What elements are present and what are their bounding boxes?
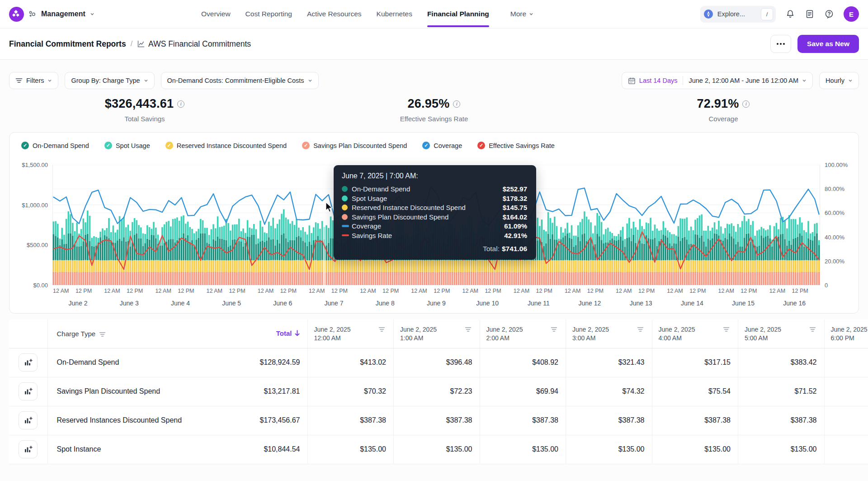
date-preset-label: Last 14 Days: [639, 77, 678, 84]
tooltip-series-value: $252.97: [503, 185, 527, 193]
main-content: Filters Group By: Charge Type On-Demand …: [0, 60, 868, 481]
kpi-effective-savings-rate: 26.95% i Effective Savings Rate: [289, 97, 579, 123]
hour-header-time: 12:00 AM: [314, 334, 394, 342]
column-filter-icon: [637, 327, 644, 332]
tab-cost-reporting[interactable]: Cost Reporting: [245, 0, 292, 29]
info-icon[interactable]: i: [453, 100, 460, 108]
legend-item-effective-savings-rate[interactable]: ✓Effective Savings Rate: [477, 142, 555, 149]
x-tick: 12 PM: [178, 288, 194, 294]
chevron-down-icon: [144, 78, 148, 83]
report-chart-icon: [137, 40, 145, 48]
more-actions-button[interactable]: [770, 35, 791, 53]
tooltip-series-value: $178.32: [503, 195, 527, 202]
tab-financial-planning[interactable]: Financial Planning: [427, 0, 489, 29]
hour-value-cell: $135.00: [480, 435, 566, 464]
hour-value-cell: $387.38: [394, 406, 480, 435]
x-day-label: June 10: [462, 300, 513, 307]
filters-button[interactable]: Filters: [9, 72, 58, 89]
filter-lines-icon: [15, 77, 23, 84]
legend-item-savings-plan-discounted-spend[interactable]: ✓Savings Plan Discounted Spend: [302, 142, 407, 149]
charge-type-table: Charge TypeTotalJune 2, 202512:00 AMJune…: [9, 319, 868, 464]
tab-overview[interactable]: Overview: [201, 0, 231, 29]
x-day-label: June 12: [564, 300, 615, 307]
user-avatar[interactable]: E: [844, 6, 859, 22]
chart-plot[interactable]: June 7, 2025 | 7:00 AM: On-Demand Spend$…: [52, 165, 820, 285]
hour-column-filter-icon[interactable]: [723, 327, 730, 332]
table-header-hour-3: June 2, 20253:00 AM: [566, 319, 652, 348]
legend-label: Spot Usage: [116, 142, 150, 149]
help-button[interactable]: [824, 9, 834, 19]
release-notes-button[interactable]: [805, 9, 815, 19]
check-circle-icon: ✓: [422, 142, 430, 149]
chevron-down-icon: [848, 78, 853, 83]
column-filter-icon: [378, 327, 385, 332]
legend-label: Reserved Instance Discounted Spend: [177, 142, 287, 149]
group-by-button[interactable]: Group By: Charge Type: [65, 72, 154, 89]
tooltip-series-label: On-Demand Spend: [352, 185, 410, 193]
table-header-icon-col: [9, 319, 47, 348]
y-left-tick: $1,000.00: [22, 201, 48, 208]
kpi-label: Coverage: [708, 115, 738, 123]
tab-kubernetes[interactable]: Kubernetes: [377, 0, 412, 29]
hour-column-filter-icon[interactable]: [809, 327, 816, 332]
legend-item-reserved-instance-discounted-spend[interactable]: ✓Reserved Instance Discounted Spend: [165, 142, 287, 149]
legend-item-on-demand-spend[interactable]: ✓On-Demand Spend: [21, 142, 89, 149]
tooltip-row: Coverage61.09%: [342, 222, 527, 230]
x-tick: 12 AM: [258, 288, 274, 294]
hour-value-cell: [824, 348, 868, 377]
chevron-down-icon: [308, 78, 312, 83]
hour-value-cell: $408.92: [480, 348, 566, 377]
legend-item-coverage[interactable]: ✓Coverage: [422, 142, 462, 149]
charge-type-filter-icon[interactable]: [99, 332, 106, 337]
x-day-label: June 2: [52, 300, 104, 307]
tooltip-series-label: Savings Plan Discounted Spend: [352, 213, 448, 221]
x-tick: 12 AM: [53, 288, 69, 294]
workspace-name[interactable]: Management: [41, 10, 85, 18]
tooltip-row: Reserved Instance Discounted Spend$145.7…: [342, 204, 527, 211]
shortcut-badge: /: [761, 8, 773, 20]
notifications-button[interactable]: [785, 9, 795, 19]
granularity-selector[interactable]: Hourly: [819, 72, 859, 89]
tab-active-resources[interactable]: Active Resources: [307, 0, 362, 29]
add-to-chart-button[interactable]: [19, 440, 38, 458]
hour-header-time: 2:00 AM: [486, 334, 566, 342]
breadcrumb-actions: Save as New: [770, 35, 859, 53]
chevron-down-icon[interactable]: [90, 12, 94, 16]
hour-value-cell: $413.02: [307, 348, 394, 377]
app-logo[interactable]: [9, 7, 24, 22]
x-tick: 12 AM: [718, 288, 734, 294]
info-icon[interactable]: i: [177, 100, 184, 108]
x-axis-day-june-14: 12 AM12 PMJune 14: [666, 288, 717, 307]
hour-value-cell: $387.38: [480, 406, 566, 435]
hour-column-filter-icon[interactable]: [551, 327, 557, 332]
hour-column-filter-icon[interactable]: [378, 327, 385, 332]
legend-item-spot-usage[interactable]: ✓Spot Usage: [104, 142, 150, 149]
series-dot-icon: [342, 186, 348, 192]
add-to-chart-button[interactable]: [19, 353, 38, 371]
add-to-chart-button[interactable]: [19, 382, 38, 400]
document-icon: [805, 9, 815, 19]
breadcrumb-parent[interactable]: Financial Commitment Reports: [9, 39, 126, 49]
x-tick: 12 PM: [434, 288, 450, 294]
tooltip-title: June 7, 2025 | 7:00 AM:: [342, 172, 527, 180]
series-dot-icon: [342, 214, 348, 220]
info-icon[interactable]: i: [742, 100, 750, 108]
hour-value-cell: $135.00: [652, 435, 738, 464]
check-circle-icon: ✓: [104, 142, 112, 149]
tab-more[interactable]: More: [510, 0, 533, 29]
hour-column-filter-icon[interactable]: [637, 327, 644, 332]
hour-column-filter-icon[interactable]: [465, 327, 472, 332]
total-cell: $173,456.67: [231, 406, 307, 435]
add-to-chart-button[interactable]: [19, 411, 38, 429]
x-tick: 12 PM: [382, 288, 399, 294]
x-axis-day-june-15: 12 AM12 PMJune 15: [717, 288, 769, 307]
total-sort-button[interactable]: Total: [276, 329, 300, 337]
x-tick: 12 PM: [689, 288, 706, 294]
explore-search[interactable]: Explore... /: [700, 6, 776, 23]
cost-basis-button[interactable]: On-Demand Costs: Commitment-Eligible Cos…: [161, 72, 319, 89]
y-right-tick: 60.00%: [825, 210, 844, 216]
save-as-new-button[interactable]: Save as New: [797, 35, 859, 53]
check-circle-icon: ✓: [165, 142, 173, 149]
date-range-picker[interactable]: Last 14 Days June 2, 12:00 AM - June 16 …: [622, 72, 813, 89]
cost-basis-label: On-Demand Costs: Commitment-Eligible Cos…: [167, 77, 304, 84]
